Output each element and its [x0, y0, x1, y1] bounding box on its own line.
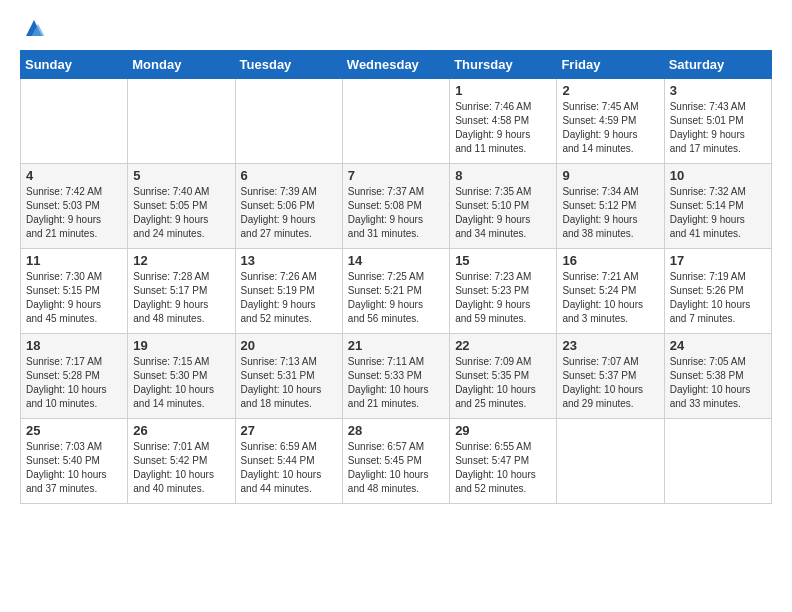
day-info: Sunrise: 7:46 AM Sunset: 4:58 PM Dayligh… — [455, 100, 551, 156]
day-number: 15 — [455, 253, 551, 268]
day-info: Sunrise: 7:32 AM Sunset: 5:14 PM Dayligh… — [670, 185, 766, 241]
calendar-cell: 21Sunrise: 7:11 AM Sunset: 5:33 PM Dayli… — [342, 334, 449, 419]
week-row-1: 4Sunrise: 7:42 AM Sunset: 5:03 PM Daylig… — [21, 164, 772, 249]
day-number: 29 — [455, 423, 551, 438]
calendar-cell: 20Sunrise: 7:13 AM Sunset: 5:31 PM Dayli… — [235, 334, 342, 419]
day-info: Sunrise: 7:25 AM Sunset: 5:21 PM Dayligh… — [348, 270, 444, 326]
calendar-cell: 22Sunrise: 7:09 AM Sunset: 5:35 PM Dayli… — [450, 334, 557, 419]
day-number: 3 — [670, 83, 766, 98]
day-info: Sunrise: 7:05 AM Sunset: 5:38 PM Dayligh… — [670, 355, 766, 411]
day-number: 18 — [26, 338, 122, 353]
day-number: 26 — [133, 423, 229, 438]
calendar-cell: 8Sunrise: 7:35 AM Sunset: 5:10 PM Daylig… — [450, 164, 557, 249]
day-info: Sunrise: 7:26 AM Sunset: 5:19 PM Dayligh… — [241, 270, 337, 326]
week-row-4: 25Sunrise: 7:03 AM Sunset: 5:40 PM Dayli… — [21, 419, 772, 504]
calendar-cell — [235, 79, 342, 164]
day-info: Sunrise: 7:17 AM Sunset: 5:28 PM Dayligh… — [26, 355, 122, 411]
header-row: SundayMondayTuesdayWednesdayThursdayFrid… — [21, 51, 772, 79]
calendar-cell — [557, 419, 664, 504]
calendar-cell: 28Sunrise: 6:57 AM Sunset: 5:45 PM Dayli… — [342, 419, 449, 504]
calendar-cell: 16Sunrise: 7:21 AM Sunset: 5:24 PM Dayli… — [557, 249, 664, 334]
day-info: Sunrise: 6:59 AM Sunset: 5:44 PM Dayligh… — [241, 440, 337, 496]
day-number: 7 — [348, 168, 444, 183]
day-number: 17 — [670, 253, 766, 268]
day-info: Sunrise: 7:15 AM Sunset: 5:30 PM Dayligh… — [133, 355, 229, 411]
calendar-table: SundayMondayTuesdayWednesdayThursdayFrid… — [20, 50, 772, 504]
calendar-cell: 7Sunrise: 7:37 AM Sunset: 5:08 PM Daylig… — [342, 164, 449, 249]
calendar-cell: 23Sunrise: 7:07 AM Sunset: 5:37 PM Dayli… — [557, 334, 664, 419]
day-number: 6 — [241, 168, 337, 183]
day-info: Sunrise: 6:57 AM Sunset: 5:45 PM Dayligh… — [348, 440, 444, 496]
header-saturday: Saturday — [664, 51, 771, 79]
day-info: Sunrise: 7:35 AM Sunset: 5:10 PM Dayligh… — [455, 185, 551, 241]
day-info: Sunrise: 7:19 AM Sunset: 5:26 PM Dayligh… — [670, 270, 766, 326]
day-number: 13 — [241, 253, 337, 268]
calendar-cell — [342, 79, 449, 164]
day-info: Sunrise: 7:34 AM Sunset: 5:12 PM Dayligh… — [562, 185, 658, 241]
day-info: Sunrise: 7:03 AM Sunset: 5:40 PM Dayligh… — [26, 440, 122, 496]
day-info: Sunrise: 7:11 AM Sunset: 5:33 PM Dayligh… — [348, 355, 444, 411]
day-number: 8 — [455, 168, 551, 183]
day-number: 5 — [133, 168, 229, 183]
calendar-cell: 4Sunrise: 7:42 AM Sunset: 5:03 PM Daylig… — [21, 164, 128, 249]
header-sunday: Sunday — [21, 51, 128, 79]
day-info: Sunrise: 6:55 AM Sunset: 5:47 PM Dayligh… — [455, 440, 551, 496]
day-number: 21 — [348, 338, 444, 353]
calendar-cell: 17Sunrise: 7:19 AM Sunset: 5:26 PM Dayli… — [664, 249, 771, 334]
calendar-cell: 2Sunrise: 7:45 AM Sunset: 4:59 PM Daylig… — [557, 79, 664, 164]
calendar-cell: 29Sunrise: 6:55 AM Sunset: 5:47 PM Dayli… — [450, 419, 557, 504]
week-row-0: 1Sunrise: 7:46 AM Sunset: 4:58 PM Daylig… — [21, 79, 772, 164]
calendar-cell — [128, 79, 235, 164]
calendar-cell: 10Sunrise: 7:32 AM Sunset: 5:14 PM Dayli… — [664, 164, 771, 249]
calendar-cell: 1Sunrise: 7:46 AM Sunset: 4:58 PM Daylig… — [450, 79, 557, 164]
calendar-cell: 5Sunrise: 7:40 AM Sunset: 5:05 PM Daylig… — [128, 164, 235, 249]
header-tuesday: Tuesday — [235, 51, 342, 79]
day-number: 19 — [133, 338, 229, 353]
week-row-3: 18Sunrise: 7:17 AM Sunset: 5:28 PM Dayli… — [21, 334, 772, 419]
calendar-cell: 6Sunrise: 7:39 AM Sunset: 5:06 PM Daylig… — [235, 164, 342, 249]
header-monday: Monday — [128, 51, 235, 79]
day-number: 28 — [348, 423, 444, 438]
calendar-cell: 3Sunrise: 7:43 AM Sunset: 5:01 PM Daylig… — [664, 79, 771, 164]
day-number: 12 — [133, 253, 229, 268]
day-number: 20 — [241, 338, 337, 353]
day-info: Sunrise: 7:30 AM Sunset: 5:15 PM Dayligh… — [26, 270, 122, 326]
day-info: Sunrise: 7:09 AM Sunset: 5:35 PM Dayligh… — [455, 355, 551, 411]
day-number: 23 — [562, 338, 658, 353]
calendar-cell: 9Sunrise: 7:34 AM Sunset: 5:12 PM Daylig… — [557, 164, 664, 249]
day-number: 14 — [348, 253, 444, 268]
day-number: 9 — [562, 168, 658, 183]
header-thursday: Thursday — [450, 51, 557, 79]
day-number: 11 — [26, 253, 122, 268]
day-info: Sunrise: 7:45 AM Sunset: 4:59 PM Dayligh… — [562, 100, 658, 156]
day-number: 24 — [670, 338, 766, 353]
day-info: Sunrise: 7:01 AM Sunset: 5:42 PM Dayligh… — [133, 440, 229, 496]
calendar-cell — [21, 79, 128, 164]
day-info: Sunrise: 7:13 AM Sunset: 5:31 PM Dayligh… — [241, 355, 337, 411]
calendar-cell: 11Sunrise: 7:30 AM Sunset: 5:15 PM Dayli… — [21, 249, 128, 334]
day-info: Sunrise: 7:23 AM Sunset: 5:23 PM Dayligh… — [455, 270, 551, 326]
day-number: 4 — [26, 168, 122, 183]
calendar-cell: 13Sunrise: 7:26 AM Sunset: 5:19 PM Dayli… — [235, 249, 342, 334]
day-info: Sunrise: 7:21 AM Sunset: 5:24 PM Dayligh… — [562, 270, 658, 326]
day-info: Sunrise: 7:37 AM Sunset: 5:08 PM Dayligh… — [348, 185, 444, 241]
day-info: Sunrise: 7:07 AM Sunset: 5:37 PM Dayligh… — [562, 355, 658, 411]
calendar-cell: 24Sunrise: 7:05 AM Sunset: 5:38 PM Dayli… — [664, 334, 771, 419]
day-number: 2 — [562, 83, 658, 98]
page-header — [20, 20, 772, 40]
logo-icon — [22, 16, 46, 40]
day-info: Sunrise: 7:42 AM Sunset: 5:03 PM Dayligh… — [26, 185, 122, 241]
calendar-cell: 12Sunrise: 7:28 AM Sunset: 5:17 PM Dayli… — [128, 249, 235, 334]
day-info: Sunrise: 7:28 AM Sunset: 5:17 PM Dayligh… — [133, 270, 229, 326]
day-info: Sunrise: 7:40 AM Sunset: 5:05 PM Dayligh… — [133, 185, 229, 241]
calendar-cell: 14Sunrise: 7:25 AM Sunset: 5:21 PM Dayli… — [342, 249, 449, 334]
day-number: 1 — [455, 83, 551, 98]
day-number: 25 — [26, 423, 122, 438]
calendar-cell: 27Sunrise: 6:59 AM Sunset: 5:44 PM Dayli… — [235, 419, 342, 504]
day-number: 16 — [562, 253, 658, 268]
calendar-cell: 26Sunrise: 7:01 AM Sunset: 5:42 PM Dayli… — [128, 419, 235, 504]
day-info: Sunrise: 7:39 AM Sunset: 5:06 PM Dayligh… — [241, 185, 337, 241]
day-info: Sunrise: 7:43 AM Sunset: 5:01 PM Dayligh… — [670, 100, 766, 156]
calendar-cell: 25Sunrise: 7:03 AM Sunset: 5:40 PM Dayli… — [21, 419, 128, 504]
logo — [20, 20, 46, 40]
